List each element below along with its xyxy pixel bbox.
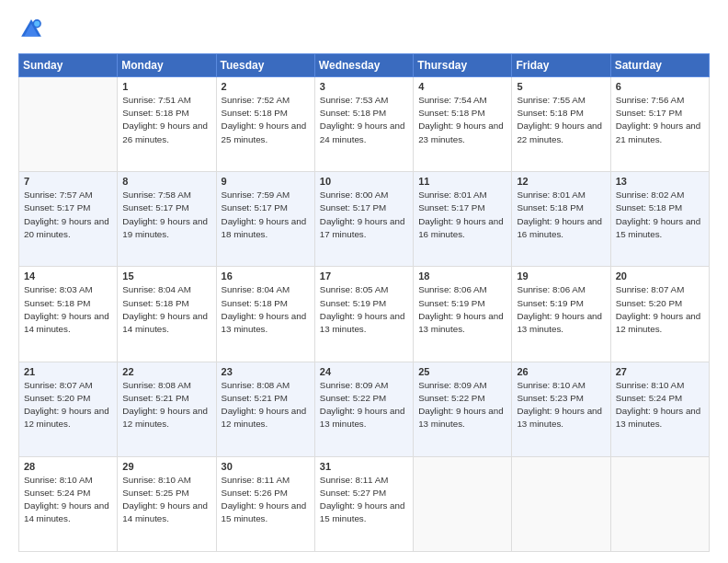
day-number: 4 — [418, 81, 506, 92]
logo-icon — [18, 17, 44, 42]
calendar-cell: 30Sunrise: 8:11 AMSunset: 5:26 PMDayligh… — [216, 456, 314, 551]
calendar-cell: 8Sunrise: 7:58 AMSunset: 5:17 PMDaylight… — [118, 172, 216, 267]
calendar-cell: 6Sunrise: 7:56 AMSunset: 5:17 PMDaylight… — [610, 77, 709, 172]
calendar-cell: 2Sunrise: 7:52 AMSunset: 5:18 PMDaylight… — [216, 77, 314, 172]
day-info: Sunrise: 8:06 AMSunset: 5:19 PMDaylight:… — [517, 283, 605, 336]
day-info: Sunrise: 8:11 AMSunset: 5:26 PMDaylight:… — [222, 474, 310, 526]
day-number: 5 — [517, 81, 605, 92]
day-number: 27 — [616, 366, 704, 377]
weekday-header-monday: Monday — [118, 54, 216, 77]
calendar-cell — [512, 456, 610, 551]
calendar-cell: 25Sunrise: 8:09 AMSunset: 5:22 PMDayligh… — [414, 362, 512, 456]
day-info: Sunrise: 8:08 AMSunset: 5:21 PMDaylight:… — [222, 379, 310, 431]
day-info: Sunrise: 8:00 AMSunset: 5:17 PMDaylight:… — [320, 189, 408, 241]
calendar-cell: 14Sunrise: 8:03 AMSunset: 5:18 PMDayligh… — [19, 267, 118, 362]
day-number: 15 — [122, 270, 210, 282]
day-info: Sunrise: 7:54 AMSunset: 5:18 PMDaylight:… — [418, 94, 506, 146]
week-row-3: 14Sunrise: 8:03 AMSunset: 5:18 PMDayligh… — [19, 267, 710, 362]
day-info: Sunrise: 8:04 AMSunset: 5:18 PMDaylight:… — [122, 283, 210, 336]
calendar-cell: 11Sunrise: 8:01 AMSunset: 5:17 PMDayligh… — [414, 172, 512, 267]
weekday-header-wednesday: Wednesday — [314, 54, 413, 77]
page: SundayMondayTuesdayWednesdayThursdayFrid… — [0, 0, 728, 563]
calendar-cell: 22Sunrise: 8:08 AMSunset: 5:21 PMDayligh… — [118, 362, 216, 456]
day-info: Sunrise: 8:10 AMSunset: 5:25 PMDaylight:… — [122, 474, 210, 526]
calendar-cell: 28Sunrise: 8:10 AMSunset: 5:24 PMDayligh… — [19, 456, 118, 551]
calendar-cell: 1Sunrise: 7:51 AMSunset: 5:18 PMDaylight… — [118, 77, 216, 172]
day-info: Sunrise: 8:04 AMSunset: 5:18 PMDaylight:… — [222, 283, 310, 336]
calendar-table: SundayMondayTuesdayWednesdayThursdayFrid… — [18, 53, 710, 552]
calendar-cell: 29Sunrise: 8:10 AMSunset: 5:25 PMDayligh… — [118, 456, 216, 551]
calendar-cell — [19, 77, 118, 172]
weekday-header-row: SundayMondayTuesdayWednesdayThursdayFrid… — [19, 54, 710, 77]
day-info: Sunrise: 8:07 AMSunset: 5:20 PMDaylight:… — [616, 283, 704, 336]
calendar-cell: 31Sunrise: 8:11 AMSunset: 5:27 PMDayligh… — [314, 456, 413, 551]
calendar-cell: 26Sunrise: 8:10 AMSunset: 5:23 PMDayligh… — [512, 362, 610, 456]
day-number: 3 — [320, 81, 408, 92]
day-number: 2 — [222, 81, 310, 92]
day-info: Sunrise: 8:06 AMSunset: 5:19 PMDaylight:… — [418, 283, 506, 336]
calendar-cell: 17Sunrise: 8:05 AMSunset: 5:19 PMDayligh… — [314, 267, 413, 362]
day-number: 22 — [122, 366, 210, 377]
day-number: 17 — [320, 270, 408, 282]
calendar-cell: 15Sunrise: 8:04 AMSunset: 5:18 PMDayligh… — [118, 267, 216, 362]
calendar-cell: 21Sunrise: 8:07 AMSunset: 5:20 PMDayligh… — [19, 362, 118, 456]
day-number: 31 — [320, 461, 408, 472]
day-number: 10 — [320, 176, 408, 187]
calendar-cell: 16Sunrise: 8:04 AMSunset: 5:18 PMDayligh… — [216, 267, 314, 362]
calendar-cell: 19Sunrise: 8:06 AMSunset: 5:19 PMDayligh… — [512, 267, 610, 362]
day-info: Sunrise: 8:09 AMSunset: 5:22 PMDaylight:… — [418, 379, 506, 431]
calendar-cell: 23Sunrise: 8:08 AMSunset: 5:21 PMDayligh… — [216, 362, 314, 456]
day-info: Sunrise: 7:53 AMSunset: 5:18 PMDaylight:… — [320, 94, 408, 146]
day-number: 20 — [616, 270, 704, 282]
day-info: Sunrise: 8:09 AMSunset: 5:22 PMDaylight:… — [320, 379, 408, 431]
day-number: 1 — [122, 81, 210, 92]
day-info: Sunrise: 8:01 AMSunset: 5:17 PMDaylight:… — [418, 189, 506, 241]
calendar-cell: 3Sunrise: 7:53 AMSunset: 5:18 PMDaylight… — [314, 77, 413, 172]
day-info: Sunrise: 8:10 AMSunset: 5:23 PMDaylight:… — [517, 379, 605, 431]
day-info: Sunrise: 8:03 AMSunset: 5:18 PMDaylight:… — [24, 283, 112, 336]
calendar-cell — [610, 456, 709, 551]
day-number: 12 — [517, 176, 605, 187]
calendar-cell: 5Sunrise: 7:55 AMSunset: 5:18 PMDaylight… — [512, 77, 610, 172]
day-info: Sunrise: 8:10 AMSunset: 5:24 PMDaylight:… — [24, 474, 112, 526]
calendar-cell: 13Sunrise: 8:02 AMSunset: 5:18 PMDayligh… — [610, 172, 709, 267]
calendar-cell: 10Sunrise: 8:00 AMSunset: 5:17 PMDayligh… — [314, 172, 413, 267]
day-info: Sunrise: 8:02 AMSunset: 5:18 PMDaylight:… — [616, 189, 704, 241]
weekday-header-tuesday: Tuesday — [216, 54, 314, 77]
day-number: 16 — [222, 270, 310, 282]
svg-point-3 — [34, 21, 40, 27]
logo — [18, 17, 48, 42]
day-info: Sunrise: 8:01 AMSunset: 5:18 PMDaylight:… — [517, 189, 605, 241]
day-number: 24 — [320, 366, 408, 377]
day-info: Sunrise: 7:57 AMSunset: 5:17 PMDaylight:… — [24, 189, 112, 241]
day-info: Sunrise: 8:10 AMSunset: 5:24 PMDaylight:… — [616, 379, 704, 431]
calendar-cell: 12Sunrise: 8:01 AMSunset: 5:18 PMDayligh… — [512, 172, 610, 267]
day-number: 21 — [24, 366, 112, 377]
day-number: 6 — [616, 81, 704, 92]
day-number: 30 — [222, 461, 310, 472]
weekday-header-thursday: Thursday — [414, 54, 512, 77]
day-number: 18 — [418, 270, 506, 282]
week-row-2: 7Sunrise: 7:57 AMSunset: 5:17 PMDaylight… — [19, 172, 710, 267]
header — [18, 17, 710, 42]
weekday-header-sunday: Sunday — [19, 54, 118, 77]
week-row-1: 1Sunrise: 7:51 AMSunset: 5:18 PMDaylight… — [19, 77, 710, 172]
day-info: Sunrise: 7:56 AMSunset: 5:17 PMDaylight:… — [616, 94, 704, 146]
calendar-cell: 7Sunrise: 7:57 AMSunset: 5:17 PMDaylight… — [19, 172, 118, 267]
day-number: 13 — [616, 176, 704, 187]
day-number: 29 — [122, 461, 210, 472]
day-info: Sunrise: 8:11 AMSunset: 5:27 PMDaylight:… — [320, 474, 408, 526]
day-number: 28 — [24, 461, 112, 472]
calendar-cell: 27Sunrise: 8:10 AMSunset: 5:24 PMDayligh… — [610, 362, 709, 456]
day-number: 23 — [222, 366, 310, 377]
day-info: Sunrise: 7:51 AMSunset: 5:18 PMDaylight:… — [122, 94, 210, 146]
day-number: 25 — [418, 366, 506, 377]
day-number: 8 — [122, 176, 210, 187]
week-row-4: 21Sunrise: 8:07 AMSunset: 5:20 PMDayligh… — [19, 362, 710, 456]
day-info: Sunrise: 7:52 AMSunset: 5:18 PMDaylight:… — [222, 94, 310, 146]
calendar-cell: 9Sunrise: 7:59 AMSunset: 5:17 PMDaylight… — [216, 172, 314, 267]
day-number: 11 — [418, 176, 506, 187]
day-number: 26 — [517, 366, 605, 377]
day-info: Sunrise: 8:05 AMSunset: 5:19 PMDaylight:… — [320, 283, 408, 336]
weekday-header-saturday: Saturday — [610, 54, 709, 77]
